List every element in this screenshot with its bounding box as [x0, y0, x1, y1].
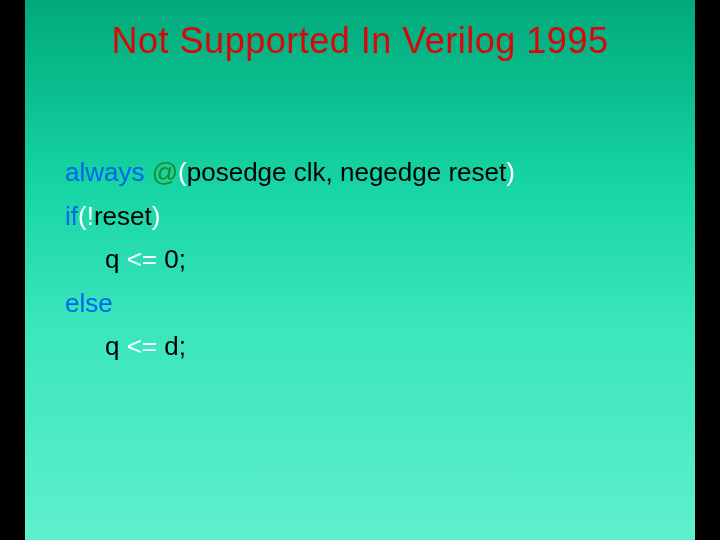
op-le-1: <= [127, 244, 157, 274]
keyword-always: always [65, 157, 152, 187]
paren-open-2: ( [78, 201, 87, 231]
symbol-at: @ [152, 157, 178, 187]
slide: Not Supported In Verilog 1995 always @(p… [25, 0, 695, 540]
code-line-3: q <= 0; [65, 239, 665, 281]
op-le-2: <= [127, 331, 157, 361]
reset-text: reset [94, 201, 152, 231]
paren-open: ( [178, 157, 187, 187]
keyword-else: else [65, 288, 113, 318]
code-line-4: else [65, 283, 665, 325]
bang: ! [87, 201, 94, 231]
args-text: posedge clk, negedge reset [187, 157, 506, 187]
rest-1: 0; [157, 244, 186, 274]
var-q-2: q [105, 331, 127, 361]
rest-2: d; [157, 331, 186, 361]
code-line-1: always @(posedge clk, negedge reset) [65, 152, 665, 194]
paren-close: ) [506, 157, 515, 187]
code-line-2: if(!reset) [65, 196, 665, 238]
code-line-5: q <= d; [65, 326, 665, 368]
paren-close-2: ) [152, 201, 161, 231]
code-block: always @(posedge clk, negedge reset) if(… [55, 152, 665, 368]
slide-title: Not Supported In Verilog 1995 [55, 20, 665, 62]
var-q-1: q [105, 244, 127, 274]
keyword-if: if [65, 201, 78, 231]
